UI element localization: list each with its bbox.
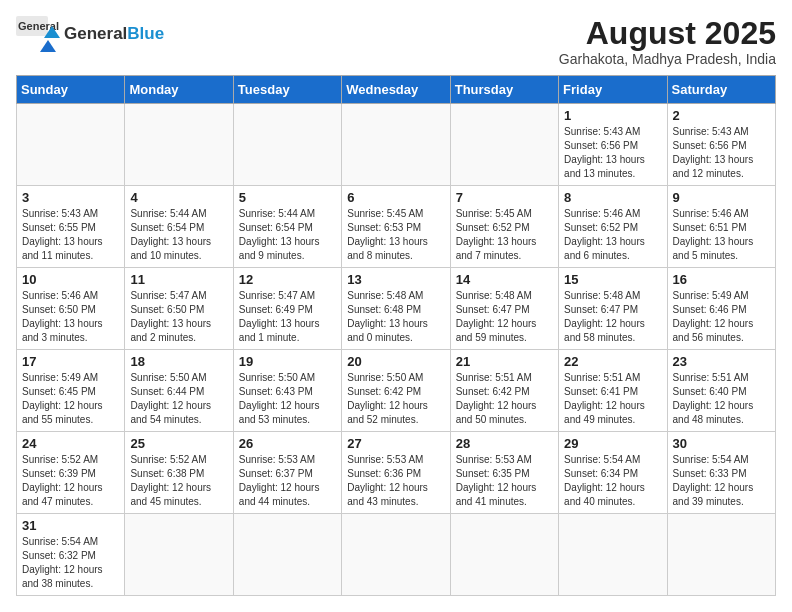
day-cell-w5-d1 xyxy=(125,514,233,596)
week-row-5: 31Sunrise: 5:54 AM Sunset: 6:32 PM Dayli… xyxy=(17,514,776,596)
day-number-27: 27 xyxy=(347,436,444,451)
day-info-3: Sunrise: 5:43 AM Sunset: 6:55 PM Dayligh… xyxy=(22,207,119,263)
day-info-25: Sunrise: 5:52 AM Sunset: 6:38 PM Dayligh… xyxy=(130,453,227,509)
day-cell-w3-d4: 21Sunrise: 5:51 AM Sunset: 6:42 PM Dayli… xyxy=(450,350,558,432)
day-cell-w1-d3: 6Sunrise: 5:45 AM Sunset: 6:53 PM Daylig… xyxy=(342,186,450,268)
day-number-22: 22 xyxy=(564,354,661,369)
day-number-30: 30 xyxy=(673,436,770,451)
day-cell-w3-d1: 18Sunrise: 5:50 AM Sunset: 6:44 PM Dayli… xyxy=(125,350,233,432)
day-number-15: 15 xyxy=(564,272,661,287)
day-number-3: 3 xyxy=(22,190,119,205)
day-info-22: Sunrise: 5:51 AM Sunset: 6:41 PM Dayligh… xyxy=(564,371,661,427)
day-info-1: Sunrise: 5:43 AM Sunset: 6:56 PM Dayligh… xyxy=(564,125,661,181)
day-cell-w1-d5: 8Sunrise: 5:46 AM Sunset: 6:52 PM Daylig… xyxy=(559,186,667,268)
header-saturday: Saturday xyxy=(667,76,775,104)
header-friday: Friday xyxy=(559,76,667,104)
day-cell-w4-d3: 27Sunrise: 5:53 AM Sunset: 6:36 PM Dayli… xyxy=(342,432,450,514)
day-info-2: Sunrise: 5:43 AM Sunset: 6:56 PM Dayligh… xyxy=(673,125,770,181)
day-cell-w0-d5: 1Sunrise: 5:43 AM Sunset: 6:56 PM Daylig… xyxy=(559,104,667,186)
day-cell-w4-d5: 29Sunrise: 5:54 AM Sunset: 6:34 PM Dayli… xyxy=(559,432,667,514)
day-info-21: Sunrise: 5:51 AM Sunset: 6:42 PM Dayligh… xyxy=(456,371,553,427)
day-cell-w2-d2: 12Sunrise: 5:47 AM Sunset: 6:49 PM Dayli… xyxy=(233,268,341,350)
day-number-9: 9 xyxy=(673,190,770,205)
day-cell-w5-d4 xyxy=(450,514,558,596)
day-cell-w3-d5: 22Sunrise: 5:51 AM Sunset: 6:41 PM Dayli… xyxy=(559,350,667,432)
day-cell-w0-d6: 2Sunrise: 5:43 AM Sunset: 6:56 PM Daylig… xyxy=(667,104,775,186)
day-cell-w1-d0: 3Sunrise: 5:43 AM Sunset: 6:55 PM Daylig… xyxy=(17,186,125,268)
day-number-26: 26 xyxy=(239,436,336,451)
day-cell-w2-d0: 10Sunrise: 5:46 AM Sunset: 6:50 PM Dayli… xyxy=(17,268,125,350)
day-info-20: Sunrise: 5:50 AM Sunset: 6:42 PM Dayligh… xyxy=(347,371,444,427)
day-info-26: Sunrise: 5:53 AM Sunset: 6:37 PM Dayligh… xyxy=(239,453,336,509)
day-cell-w2-d4: 14Sunrise: 5:48 AM Sunset: 6:47 PM Dayli… xyxy=(450,268,558,350)
day-cell-w4-d1: 25Sunrise: 5:52 AM Sunset: 6:38 PM Dayli… xyxy=(125,432,233,514)
day-number-12: 12 xyxy=(239,272,336,287)
day-cell-w0-d1 xyxy=(125,104,233,186)
day-cell-w1-d1: 4Sunrise: 5:44 AM Sunset: 6:54 PM Daylig… xyxy=(125,186,233,268)
day-info-29: Sunrise: 5:54 AM Sunset: 6:34 PM Dayligh… xyxy=(564,453,661,509)
day-info-16: Sunrise: 5:49 AM Sunset: 6:46 PM Dayligh… xyxy=(673,289,770,345)
day-cell-w3-d2: 19Sunrise: 5:50 AM Sunset: 6:43 PM Dayli… xyxy=(233,350,341,432)
day-info-18: Sunrise: 5:50 AM Sunset: 6:44 PM Dayligh… xyxy=(130,371,227,427)
day-info-23: Sunrise: 5:51 AM Sunset: 6:40 PM Dayligh… xyxy=(673,371,770,427)
day-cell-w5-d2 xyxy=(233,514,341,596)
header-thursday: Thursday xyxy=(450,76,558,104)
header-monday: Monday xyxy=(125,76,233,104)
day-cell-w0-d3 xyxy=(342,104,450,186)
day-info-12: Sunrise: 5:47 AM Sunset: 6:49 PM Dayligh… xyxy=(239,289,336,345)
svg-marker-3 xyxy=(40,40,56,52)
week-row-0: 1Sunrise: 5:43 AM Sunset: 6:56 PM Daylig… xyxy=(17,104,776,186)
week-row-3: 17Sunrise: 5:49 AM Sunset: 6:45 PM Dayli… xyxy=(17,350,776,432)
day-info-6: Sunrise: 5:45 AM Sunset: 6:53 PM Dayligh… xyxy=(347,207,444,263)
day-number-13: 13 xyxy=(347,272,444,287)
day-info-11: Sunrise: 5:47 AM Sunset: 6:50 PM Dayligh… xyxy=(130,289,227,345)
day-number-24: 24 xyxy=(22,436,119,451)
day-number-2: 2 xyxy=(673,108,770,123)
day-number-18: 18 xyxy=(130,354,227,369)
day-number-5: 5 xyxy=(239,190,336,205)
day-number-11: 11 xyxy=(130,272,227,287)
day-info-13: Sunrise: 5:48 AM Sunset: 6:48 PM Dayligh… xyxy=(347,289,444,345)
day-cell-w5-d6 xyxy=(667,514,775,596)
weekday-header-row: Sunday Monday Tuesday Wednesday Thursday… xyxy=(17,76,776,104)
day-info-17: Sunrise: 5:49 AM Sunset: 6:45 PM Dayligh… xyxy=(22,371,119,427)
day-info-31: Sunrise: 5:54 AM Sunset: 6:32 PM Dayligh… xyxy=(22,535,119,591)
day-cell-w4-d4: 28Sunrise: 5:53 AM Sunset: 6:35 PM Dayli… xyxy=(450,432,558,514)
day-number-19: 19 xyxy=(239,354,336,369)
day-cell-w5-d0: 31Sunrise: 5:54 AM Sunset: 6:32 PM Dayli… xyxy=(17,514,125,596)
title-area: August 2025 Garhakota, Madhya Pradesh, I… xyxy=(559,16,776,67)
day-cell-w5-d3 xyxy=(342,514,450,596)
day-info-7: Sunrise: 5:45 AM Sunset: 6:52 PM Dayligh… xyxy=(456,207,553,263)
logo-general-text: General xyxy=(64,24,127,43)
day-info-10: Sunrise: 5:46 AM Sunset: 6:50 PM Dayligh… xyxy=(22,289,119,345)
day-cell-w1-d6: 9Sunrise: 5:46 AM Sunset: 6:51 PM Daylig… xyxy=(667,186,775,268)
day-info-30: Sunrise: 5:54 AM Sunset: 6:33 PM Dayligh… xyxy=(673,453,770,509)
logo: General GeneralBlue xyxy=(16,16,164,52)
week-row-2: 10Sunrise: 5:46 AM Sunset: 6:50 PM Dayli… xyxy=(17,268,776,350)
day-cell-w3-d6: 23Sunrise: 5:51 AM Sunset: 6:40 PM Dayli… xyxy=(667,350,775,432)
day-number-17: 17 xyxy=(22,354,119,369)
day-number-20: 20 xyxy=(347,354,444,369)
day-cell-w5-d5 xyxy=(559,514,667,596)
day-cell-w1-d4: 7Sunrise: 5:45 AM Sunset: 6:52 PM Daylig… xyxy=(450,186,558,268)
day-number-23: 23 xyxy=(673,354,770,369)
page-header: General GeneralBlue August 2025 Garhakot… xyxy=(16,16,776,67)
day-number-21: 21 xyxy=(456,354,553,369)
day-cell-w1-d2: 5Sunrise: 5:44 AM Sunset: 6:54 PM Daylig… xyxy=(233,186,341,268)
day-cell-w4-d2: 26Sunrise: 5:53 AM Sunset: 6:37 PM Dayli… xyxy=(233,432,341,514)
day-cell-w2-d1: 11Sunrise: 5:47 AM Sunset: 6:50 PM Dayli… xyxy=(125,268,233,350)
day-cell-w4-d6: 30Sunrise: 5:54 AM Sunset: 6:33 PM Dayli… xyxy=(667,432,775,514)
week-row-1: 3Sunrise: 5:43 AM Sunset: 6:55 PM Daylig… xyxy=(17,186,776,268)
month-year-title: August 2025 xyxy=(559,16,776,51)
calendar-table: Sunday Monday Tuesday Wednesday Thursday… xyxy=(16,75,776,596)
day-info-15: Sunrise: 5:48 AM Sunset: 6:47 PM Dayligh… xyxy=(564,289,661,345)
day-cell-w0-d0 xyxy=(17,104,125,186)
day-cell-w4-d0: 24Sunrise: 5:52 AM Sunset: 6:39 PM Dayli… xyxy=(17,432,125,514)
day-number-4: 4 xyxy=(130,190,227,205)
header-wednesday: Wednesday xyxy=(342,76,450,104)
day-number-1: 1 xyxy=(564,108,661,123)
day-number-29: 29 xyxy=(564,436,661,451)
day-cell-w3-d0: 17Sunrise: 5:49 AM Sunset: 6:45 PM Dayli… xyxy=(17,350,125,432)
day-cell-w3-d3: 20Sunrise: 5:50 AM Sunset: 6:42 PM Dayli… xyxy=(342,350,450,432)
logo-blue-text: Blue xyxy=(127,24,164,43)
